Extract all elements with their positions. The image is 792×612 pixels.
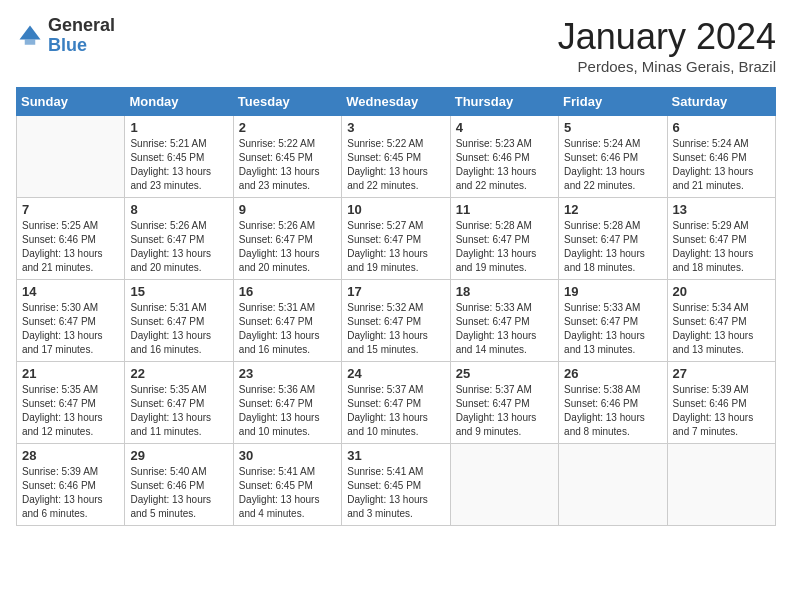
calendar-cell: 5Sunrise: 5:24 AMSunset: 6:46 PMDaylight… [559,116,667,198]
cell-info: Sunrise: 5:29 AMSunset: 6:47 PMDaylight:… [673,220,754,273]
cell-info: Sunrise: 5:40 AMSunset: 6:46 PMDaylight:… [130,466,211,519]
calendar-cell [450,444,558,526]
calendar-week-row: 14Sunrise: 5:30 AMSunset: 6:47 PMDayligh… [17,280,776,362]
logo: General Blue [16,16,115,56]
day-number: 13 [673,202,770,217]
header-saturday: Saturday [667,88,775,116]
day-number: 8 [130,202,227,217]
calendar-cell: 18Sunrise: 5:33 AMSunset: 6:47 PMDayligh… [450,280,558,362]
cell-info: Sunrise: 5:32 AMSunset: 6:47 PMDaylight:… [347,302,428,355]
logo-general-text: General [48,15,115,35]
calendar-cell: 8Sunrise: 5:26 AMSunset: 6:47 PMDaylight… [125,198,233,280]
calendar-cell [559,444,667,526]
calendar-cell: 17Sunrise: 5:32 AMSunset: 6:47 PMDayligh… [342,280,450,362]
cell-info: Sunrise: 5:22 AMSunset: 6:45 PMDaylight:… [239,138,320,191]
calendar-cell [17,116,125,198]
header-friday: Friday [559,88,667,116]
cell-info: Sunrise: 5:35 AMSunset: 6:47 PMDaylight:… [22,384,103,437]
cell-info: Sunrise: 5:41 AMSunset: 6:45 PMDaylight:… [347,466,428,519]
calendar-cell: 1Sunrise: 5:21 AMSunset: 6:45 PMDaylight… [125,116,233,198]
cell-info: Sunrise: 5:22 AMSunset: 6:45 PMDaylight:… [347,138,428,191]
header-thursday: Thursday [450,88,558,116]
title-block: January 2024 Perdoes, Minas Gerais, Braz… [558,16,776,75]
calendar-cell: 16Sunrise: 5:31 AMSunset: 6:47 PMDayligh… [233,280,341,362]
day-number: 9 [239,202,336,217]
day-number: 15 [130,284,227,299]
header-tuesday: Tuesday [233,88,341,116]
calendar-cell: 19Sunrise: 5:33 AMSunset: 6:47 PMDayligh… [559,280,667,362]
calendar-cell: 14Sunrise: 5:30 AMSunset: 6:47 PMDayligh… [17,280,125,362]
calendar-cell: 13Sunrise: 5:29 AMSunset: 6:47 PMDayligh… [667,198,775,280]
cell-info: Sunrise: 5:35 AMSunset: 6:47 PMDaylight:… [130,384,211,437]
calendar-cell: 12Sunrise: 5:28 AMSunset: 6:47 PMDayligh… [559,198,667,280]
day-number: 3 [347,120,444,135]
calendar-cell: 29Sunrise: 5:40 AMSunset: 6:46 PMDayligh… [125,444,233,526]
svg-marker-0 [20,25,41,39]
calendar-cell: 21Sunrise: 5:35 AMSunset: 6:47 PMDayligh… [17,362,125,444]
day-number: 26 [564,366,661,381]
calendar-cell: 15Sunrise: 5:31 AMSunset: 6:47 PMDayligh… [125,280,233,362]
cell-info: Sunrise: 5:28 AMSunset: 6:47 PMDaylight:… [564,220,645,273]
cell-info: Sunrise: 5:31 AMSunset: 6:47 PMDaylight:… [239,302,320,355]
calendar-week-row: 21Sunrise: 5:35 AMSunset: 6:47 PMDayligh… [17,362,776,444]
calendar-cell: 20Sunrise: 5:34 AMSunset: 6:47 PMDayligh… [667,280,775,362]
calendar-cell: 9Sunrise: 5:26 AMSunset: 6:47 PMDaylight… [233,198,341,280]
day-number: 19 [564,284,661,299]
calendar-cell: 2Sunrise: 5:22 AMSunset: 6:45 PMDaylight… [233,116,341,198]
location-subtitle: Perdoes, Minas Gerais, Brazil [558,58,776,75]
cell-info: Sunrise: 5:33 AMSunset: 6:47 PMDaylight:… [456,302,537,355]
day-number: 25 [456,366,553,381]
day-number: 12 [564,202,661,217]
day-number: 21 [22,366,119,381]
month-title: January 2024 [558,16,776,58]
day-number: 2 [239,120,336,135]
cell-info: Sunrise: 5:41 AMSunset: 6:45 PMDaylight:… [239,466,320,519]
logo-icon [16,22,44,50]
header-sunday: Sunday [17,88,125,116]
header-monday: Monday [125,88,233,116]
calendar-cell [667,444,775,526]
logo-blue-text: Blue [48,35,87,55]
day-number: 23 [239,366,336,381]
day-number: 31 [347,448,444,463]
calendar-week-row: 1Sunrise: 5:21 AMSunset: 6:45 PMDaylight… [17,116,776,198]
header-wednesday: Wednesday [342,88,450,116]
day-number: 30 [239,448,336,463]
calendar-cell: 23Sunrise: 5:36 AMSunset: 6:47 PMDayligh… [233,362,341,444]
cell-info: Sunrise: 5:36 AMSunset: 6:47 PMDaylight:… [239,384,320,437]
day-number: 17 [347,284,444,299]
calendar-cell: 30Sunrise: 5:41 AMSunset: 6:45 PMDayligh… [233,444,341,526]
day-number: 28 [22,448,119,463]
calendar-cell: 11Sunrise: 5:28 AMSunset: 6:47 PMDayligh… [450,198,558,280]
day-number: 20 [673,284,770,299]
page-header: General Blue January 2024 Perdoes, Minas… [16,16,776,75]
day-number: 1 [130,120,227,135]
calendar-week-row: 28Sunrise: 5:39 AMSunset: 6:46 PMDayligh… [17,444,776,526]
calendar-table: SundayMondayTuesdayWednesdayThursdayFrid… [16,87,776,526]
cell-info: Sunrise: 5:26 AMSunset: 6:47 PMDaylight:… [239,220,320,273]
cell-info: Sunrise: 5:27 AMSunset: 6:47 PMDaylight:… [347,220,428,273]
cell-info: Sunrise: 5:24 AMSunset: 6:46 PMDaylight:… [564,138,645,191]
calendar-cell: 28Sunrise: 5:39 AMSunset: 6:46 PMDayligh… [17,444,125,526]
cell-info: Sunrise: 5:30 AMSunset: 6:47 PMDaylight:… [22,302,103,355]
cell-info: Sunrise: 5:23 AMSunset: 6:46 PMDaylight:… [456,138,537,191]
cell-info: Sunrise: 5:25 AMSunset: 6:46 PMDaylight:… [22,220,103,273]
day-number: 24 [347,366,444,381]
day-number: 7 [22,202,119,217]
calendar-cell: 3Sunrise: 5:22 AMSunset: 6:45 PMDaylight… [342,116,450,198]
calendar-cell: 27Sunrise: 5:39 AMSunset: 6:46 PMDayligh… [667,362,775,444]
calendar-cell: 24Sunrise: 5:37 AMSunset: 6:47 PMDayligh… [342,362,450,444]
day-number: 22 [130,366,227,381]
cell-info: Sunrise: 5:21 AMSunset: 6:45 PMDaylight:… [130,138,211,191]
calendar-cell: 31Sunrise: 5:41 AMSunset: 6:45 PMDayligh… [342,444,450,526]
day-number: 16 [239,284,336,299]
day-number: 11 [456,202,553,217]
svg-rect-1 [25,39,36,44]
calendar-header-row: SundayMondayTuesdayWednesdayThursdayFrid… [17,88,776,116]
cell-info: Sunrise: 5:37 AMSunset: 6:47 PMDaylight:… [347,384,428,437]
calendar-cell: 4Sunrise: 5:23 AMSunset: 6:46 PMDaylight… [450,116,558,198]
calendar-cell: 7Sunrise: 5:25 AMSunset: 6:46 PMDaylight… [17,198,125,280]
day-number: 27 [673,366,770,381]
cell-info: Sunrise: 5:31 AMSunset: 6:47 PMDaylight:… [130,302,211,355]
day-number: 4 [456,120,553,135]
